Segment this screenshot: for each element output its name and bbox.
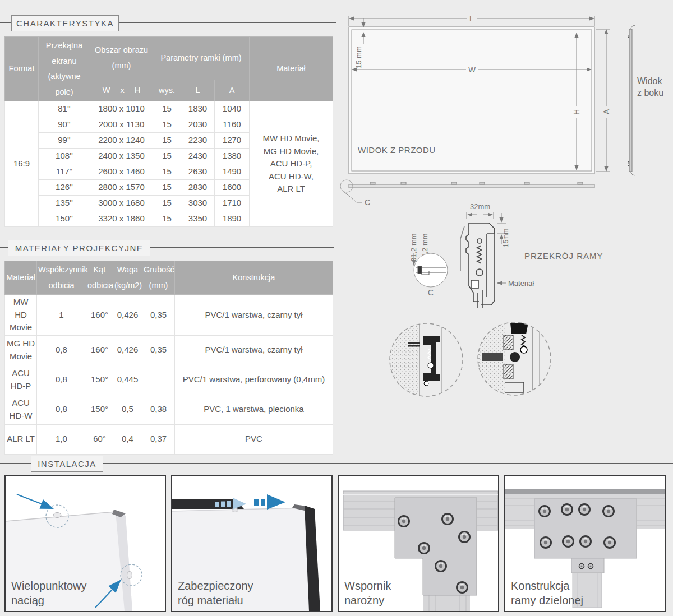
cell-a: 1380 bbox=[215, 149, 250, 164]
cell-wys: 15 bbox=[153, 149, 181, 164]
dim-label-15mm-profile: 15mm bbox=[502, 229, 510, 247]
col-header-frame-params: Parametry ramki (mm) bbox=[153, 37, 250, 80]
wall-mount-detail-circle-1 bbox=[390, 323, 463, 399]
cell-a: 1270 bbox=[215, 133, 250, 149]
section-title-text: CHARAKTERYSTYKA bbox=[16, 18, 114, 28]
panel-caption: Wielopunktowy naciąg bbox=[11, 578, 87, 608]
cell-wys: 15 bbox=[153, 164, 181, 180]
cell-l: 2630 bbox=[181, 164, 215, 180]
col-header-material: Materiał bbox=[250, 37, 333, 101]
screw-icon bbox=[540, 506, 550, 517]
header-row: Materiał Współczynnik odbicia Kąt odbici… bbox=[5, 261, 333, 295]
frame-cross-section-diagram: 32mm 15mm 31,2 mm 20,2 mm bbox=[409, 202, 603, 308]
cell-diagonal: 150'' bbox=[39, 211, 90, 227]
cell-area: 2000 x 1130 bbox=[90, 117, 153, 133]
side-view-label-line2: z boku bbox=[637, 88, 663, 98]
blue-arrow-icon bbox=[254, 494, 285, 510]
cell-construction: PVC/1 warstwa, czarny tył bbox=[175, 295, 333, 336]
cell-diagonal: 135'' bbox=[39, 196, 90, 211]
cell-a: 1600 bbox=[215, 180, 250, 196]
cell-construction: PVC, 1 warstwa, plecionka bbox=[175, 395, 333, 424]
blue-arrow-icon bbox=[17, 494, 54, 509]
wall-mount-detail-circle-2 bbox=[478, 322, 551, 397]
cell-a: 1710 bbox=[215, 196, 250, 211]
cell-angle: 150° bbox=[86, 365, 113, 395]
panel-caption: Wspornik narożny bbox=[344, 578, 391, 608]
screw-icon bbox=[580, 536, 591, 547]
cell-a: 1890 bbox=[215, 211, 250, 227]
cell-l: 2830 bbox=[181, 180, 215, 196]
cell-angle: 150° bbox=[86, 395, 113, 424]
cell-material: MW HD Movie bbox=[5, 295, 37, 336]
cell-l: 2030 bbox=[181, 117, 215, 133]
installation-panel-split-frame: Konstrukcja ramy dzielonej bbox=[504, 475, 666, 612]
cell-angle: 60° bbox=[86, 424, 113, 454]
detail-c-label: C bbox=[365, 198, 370, 207]
table-row: ACU HD-P 0,8 150° 0,445 PVC/1 warstwa, p… bbox=[5, 365, 333, 395]
table-row: ACU HD-W 0,8 150° 0,5 0,38 PVC, 1 warstw… bbox=[5, 395, 333, 424]
screw-icon bbox=[419, 543, 430, 554]
page: { "colors": { "page_bg": "#ececec", "tab… bbox=[0, 0, 673, 616]
installation-panel-multipoint-tension: Wielopunktowy naciąg bbox=[4, 475, 166, 612]
cell-l: 1830 bbox=[181, 101, 215, 117]
cell-construction: PVC/1 warstwa, czarny tył bbox=[175, 335, 333, 365]
cell-reflection: 0,8 bbox=[37, 365, 86, 395]
characteristics-table: Format Przekątna ekranu (aktywne pole) O… bbox=[4, 36, 333, 227]
table-row: ALR LT 1,0 60° 0,4 0,37 PVC bbox=[5, 424, 333, 454]
cell-l: 2430 bbox=[181, 149, 215, 164]
col-header-weight: Waga (kg/m2) bbox=[113, 261, 142, 295]
cell-reflection: 0,8 bbox=[37, 395, 86, 424]
section-title-text: MATERIAŁY PROJEKCYJNE bbox=[15, 243, 144, 253]
cell-l: 3350 bbox=[181, 211, 215, 227]
dim-label-l: L bbox=[469, 14, 474, 23]
corner-bracket-plate bbox=[395, 498, 477, 595]
front-view-label: WIDOK Z PRZODU bbox=[358, 145, 436, 155]
cell-construction: PVC/1 warstwa, perforowany (0,4mm) bbox=[175, 365, 333, 395]
col-header-material: Materiał bbox=[5, 261, 37, 295]
cell-material: ACU HD-P bbox=[5, 365, 37, 395]
panel-caption: Zabezpieczony róg materiału bbox=[178, 578, 253, 608]
screw-icon bbox=[436, 561, 446, 572]
dim-label-15mm: 15 mm bbox=[354, 46, 363, 68]
installation-panel-corner-bracket: Wspornik narożny bbox=[338, 475, 499, 612]
cell-wys: 15 bbox=[153, 101, 181, 117]
cell-wys: 15 bbox=[153, 180, 181, 196]
cell-weight: 0,445 bbox=[113, 365, 142, 395]
cell-diagonal: 81'' bbox=[39, 101, 90, 117]
cell-area: 2400 x 1350 bbox=[90, 149, 153, 164]
cell-l: 3030 bbox=[181, 196, 215, 211]
cell-wys: 15 bbox=[153, 117, 181, 133]
cell-thickness: 0,35 bbox=[142, 295, 175, 336]
cell-weight: 0,426 bbox=[113, 295, 142, 336]
section-title-text: INSTALACJA bbox=[38, 459, 96, 469]
cell-format: 16:9 bbox=[5, 101, 39, 227]
screw-icon bbox=[579, 504, 590, 515]
col-header-wys: wys. bbox=[153, 80, 181, 101]
cell-reflection: 0,8 bbox=[37, 335, 86, 365]
table-row: MG HD Movie 0,8 160° 0,426 0,35 PVC/1 wa… bbox=[5, 335, 333, 365]
cell-weight: 0,4 bbox=[113, 424, 142, 454]
section-title-characteristics: CHARAKTERYSTYKA bbox=[11, 15, 119, 31]
col-header-l: L bbox=[181, 80, 215, 101]
col-header-image-area: Obszar obrazu (mm) bbox=[90, 37, 153, 80]
cell-diagonal: 126'' bbox=[39, 180, 90, 196]
cell-area: 3000 x 1680 bbox=[90, 196, 153, 211]
screw-icon bbox=[457, 582, 468, 593]
panel-caption: Konstrukcja ramy dzielonej bbox=[511, 578, 583, 608]
col-header-construction: Konstrukcja bbox=[175, 261, 333, 295]
cell-thickness: 0,38 bbox=[142, 395, 175, 424]
cell-area: 2200 x 1240 bbox=[90, 133, 153, 149]
cell-diagonal: 108'' bbox=[39, 149, 90, 164]
screw-icon bbox=[459, 532, 470, 543]
cell-area: 2800 x 1570 bbox=[90, 180, 153, 196]
screw-icon bbox=[562, 504, 573, 515]
cell-angle: 160° bbox=[86, 295, 113, 336]
col-header-angle: Kąt odbicia bbox=[86, 261, 113, 295]
cell-reflection: 1,0 bbox=[37, 424, 86, 454]
col-header-thickness: Grubość (mm) bbox=[142, 261, 175, 295]
cell-area: 2600 x 1460 bbox=[90, 164, 153, 180]
col-header-a: A bbox=[215, 80, 250, 101]
header-row: Format Przekątna ekranu (aktywne pole) O… bbox=[5, 37, 333, 80]
col-header-reflection: Współczynnik odbicia bbox=[37, 261, 86, 295]
screw-icon bbox=[399, 516, 409, 527]
